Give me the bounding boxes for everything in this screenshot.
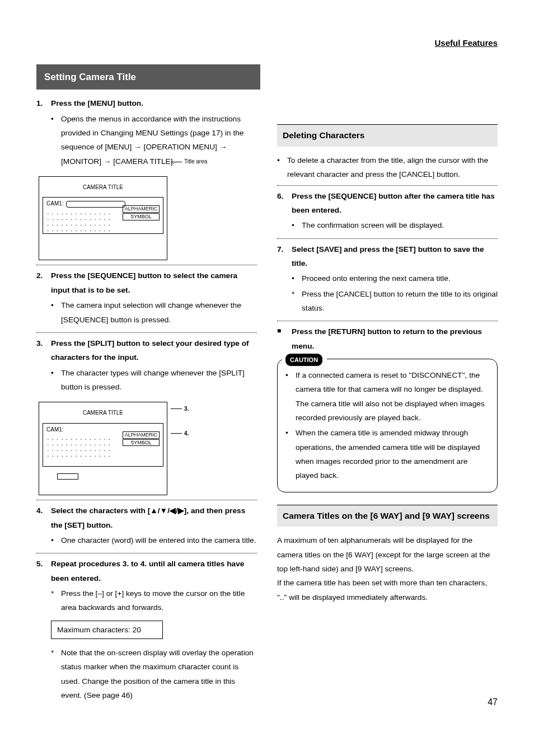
camera-title-diagram-1: CAMERA TITLE CAM1: .....................… bbox=[39, 176, 257, 261]
step-detail: The character types will change whenever… bbox=[61, 366, 257, 395]
header-section: Useful Features bbox=[36, 35, 498, 51]
step-number: 1. bbox=[36, 96, 51, 171]
cursor-box bbox=[57, 473, 78, 480]
section-title: Setting Camera Title bbox=[36, 64, 260, 90]
bullet-icon: • bbox=[277, 153, 287, 182]
step-detail: The confirmation screen will be displaye… bbox=[302, 218, 498, 232]
bullet-icon: • bbox=[285, 426, 296, 482]
bullet-icon: • bbox=[51, 112, 61, 168]
step-number: 2. bbox=[36, 269, 51, 328]
bullet-icon: • bbox=[51, 298, 61, 327]
max-chars-note: Maximum characters: 20 bbox=[51, 621, 163, 639]
asterisk-icon: * bbox=[51, 586, 61, 615]
annotation-4: 4. bbox=[184, 430, 189, 438]
step-note: Press the [CANCEL] button to return the … bbox=[302, 287, 498, 316]
camera-title-diagram-2: CAMERA TITLE CAM1: .....................… bbox=[39, 402, 257, 495]
step-detail: Opens the menus in accordance with the i… bbox=[61, 112, 257, 168]
step-number: 5. bbox=[36, 557, 51, 617]
step-number: 3. bbox=[36, 336, 51, 396]
asterisk-icon: * bbox=[292, 287, 302, 316]
step-head: Repeat procedures 3. to 4. until all cam… bbox=[51, 557, 257, 585]
alphameric-btn: ALPHAMERIC bbox=[123, 431, 160, 439]
step-detail: Proceed onto entering the next camera ti… bbox=[302, 271, 498, 285]
way-screens-title: Camera Titles on the [6 WAY] and [9 WAY]… bbox=[277, 505, 498, 527]
left-column: 1. Press the [MENU] button. • Opens the … bbox=[36, 96, 257, 705]
return-note: Press the [RETURN] button to return to t… bbox=[292, 325, 498, 353]
step-note: Press the [–] or [+] keys to move the cu… bbox=[61, 586, 257, 615]
step-head: Press the [SPLIT] button to select your … bbox=[51, 336, 257, 365]
step-detail: One character (word) will be entered int… bbox=[61, 533, 257, 547]
caution-label: CAUTION bbox=[285, 354, 322, 366]
step-head: Press the [SEQUENCE] button after the ca… bbox=[292, 189, 498, 218]
bullet-icon: • bbox=[292, 271, 302, 285]
step-note: Note that the on-screen display will ove… bbox=[61, 646, 257, 702]
square-bullet-icon: ■ bbox=[277, 325, 292, 353]
diagram-title: CAMERA TITLE bbox=[43, 408, 163, 419]
asterisk-icon: * bbox=[51, 646, 61, 702]
cam-label: CAM1: bbox=[46, 425, 64, 435]
alphameric-btn: ALPHAMERIC bbox=[123, 205, 160, 213]
bullet-icon: • bbox=[285, 368, 296, 425]
step-head: Press the [SEQUENCE] button to select th… bbox=[51, 269, 257, 297]
way-paragraph: A maximum of ten alphanumerals will be d… bbox=[277, 533, 498, 576]
step-number: 4. bbox=[36, 504, 51, 550]
title-area-label: Title area bbox=[184, 158, 207, 166]
deleting-chars-title: Deleting Characters bbox=[277, 124, 498, 147]
page-number: 47 bbox=[488, 694, 498, 711]
title-input-box bbox=[66, 201, 125, 208]
way-paragraph: If the camera title has been set with mo… bbox=[277, 576, 498, 604]
diagram-title: CAMERA TITLE bbox=[43, 182, 163, 193]
step-number: 7. bbox=[277, 242, 292, 318]
step-number: 6. bbox=[277, 189, 292, 235]
step-head: Press the [MENU] button. bbox=[51, 96, 257, 110]
symbol-btn: SYMBOL bbox=[123, 213, 160, 220]
bullet-icon: • bbox=[292, 218, 302, 232]
step-detail: The camera input selection will change w… bbox=[61, 298, 257, 327]
annotation-3: 3. bbox=[184, 405, 189, 413]
bullet-icon: • bbox=[51, 533, 61, 547]
symbol-btn: SYMBOL bbox=[123, 439, 160, 447]
step-head: Select the characters with [▲/▼/◀/▶], an… bbox=[51, 504, 257, 532]
deleting-detail: To delete a character from the title, al… bbox=[287, 153, 498, 182]
right-column: Deleting Characters • To delete a charac… bbox=[277, 96, 498, 705]
cam-label: CAM1: bbox=[46, 199, 64, 209]
caution-box: CAUTION • If a connected camera is reset… bbox=[277, 359, 498, 492]
step-head: Select [SAVE] and press the [SET] button… bbox=[292, 242, 498, 271]
caution-text: When the camera title is amended midway … bbox=[296, 426, 489, 482]
bullet-icon: • bbox=[51, 366, 61, 395]
caution-text: If a connected camera is reset to "DISCO… bbox=[296, 368, 489, 425]
